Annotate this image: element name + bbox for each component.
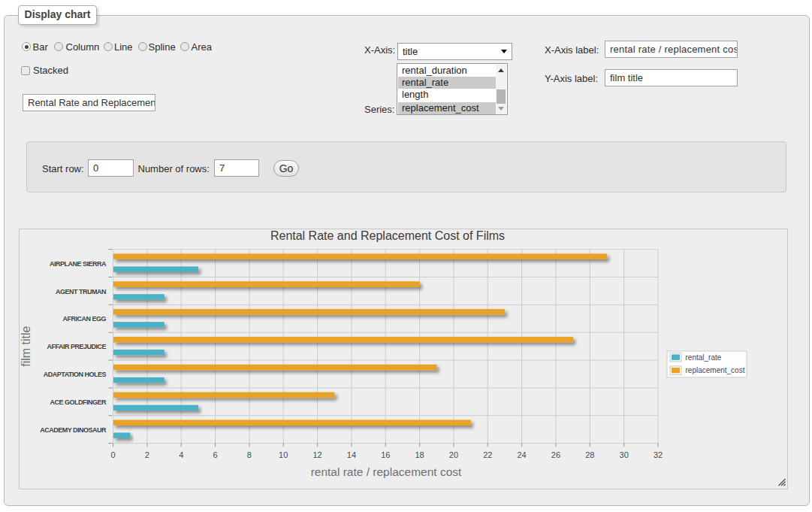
svg-text:replacement_cost: replacement_cost [686,366,745,374]
svg-text:20: 20 [449,450,458,459]
svg-text:6: 6 [213,450,217,459]
svg-text:AFFAIR PREJUDICE: AFFAIR PREJUDICE [47,343,106,350]
svg-text:16: 16 [381,450,390,459]
svg-text:4: 4 [179,450,183,459]
svg-text:film title: film title [20,326,32,366]
svg-text:28: 28 [585,450,594,459]
svg-text:0: 0 [110,450,115,459]
svg-text:rental rate / replacement cost: rental rate / replacement cost [311,465,462,478]
svg-text:22: 22 [483,450,492,459]
svg-text:10: 10 [279,450,288,459]
svg-text:ADAPTATION HOLES: ADAPTATION HOLES [44,371,107,378]
svg-text:14: 14 [347,450,356,459]
svg-text:26: 26 [551,450,560,459]
svg-text:8: 8 [247,450,252,459]
svg-text:rental_rate: rental_rate [686,353,722,362]
svg-text:30: 30 [620,450,629,459]
svg-text:32: 32 [654,450,663,459]
svg-text:2: 2 [145,450,149,459]
svg-text:AGENT TRUMAN: AGENT TRUMAN [56,288,106,295]
svg-text:Rental Rate and Replacement Co: Rental Rate and Replacement Cost of Film… [270,229,505,242]
svg-text:ACADEMY DINOSAUR: ACADEMY DINOSAUR [40,426,107,434]
svg-text:18: 18 [415,450,424,459]
svg-text:12: 12 [312,450,321,459]
svg-text:AFRICAN EGG: AFRICAN EGG [63,315,107,323]
svg-text:24: 24 [517,450,526,459]
svg-text:AIRPLANE SIERRA: AIRPLANE SIERRA [50,260,107,268]
svg-text:ACE GOLDFINGER: ACE GOLDFINGER [50,398,107,406]
